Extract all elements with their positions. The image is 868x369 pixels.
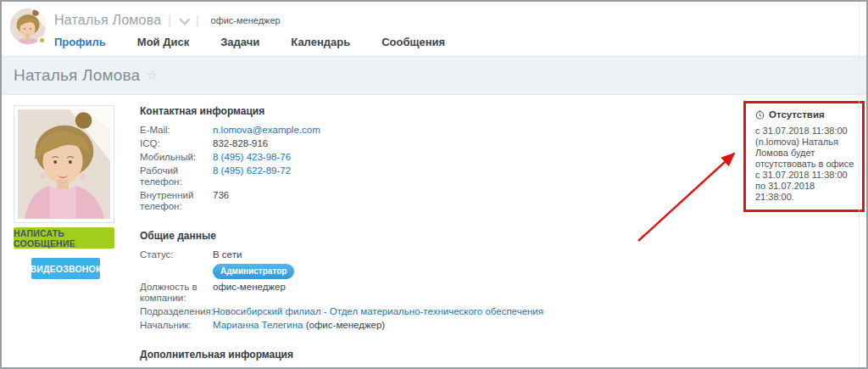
header-user-position: офис-менеджер [211, 15, 281, 25]
profile-page: Наталья Ломова | | офис-менеджер Профиль… [0, 0, 868, 369]
absences-title: Отсутствия [769, 109, 825, 120]
section-title: Общие данные [140, 230, 615, 242]
top-header: Наталья Ломова | | офис-менеджер Профиль… [2, 2, 866, 56]
icq-label: ICQ: [140, 138, 211, 149]
additional-info-section: Дополнительная информация День рождения:… [140, 349, 615, 369]
general-data-section: Общие данные Статус: В сети Администрато… [140, 230, 615, 331]
annotation-arrow [633, 144, 745, 248]
manager-position-suffix: (офис-менеджер) [306, 320, 386, 330]
email-label: E-Mail: [140, 125, 211, 136]
status-value: В сети [213, 249, 615, 260]
tab-calendar[interactable]: Календарь [291, 36, 350, 48]
manager-link[interactable]: Марианна Телегина [213, 320, 303, 330]
profile-photo-image [18, 109, 110, 219]
video-call-button[interactable]: ВИДЕОЗВОНОК [31, 258, 100, 279]
mobile-phone-link[interactable]: 8 (495) 423-98-76 [213, 152, 291, 162]
tab-my-disk[interactable]: Мой Диск [137, 36, 189, 48]
header-user-name: Наталья Ломова [54, 13, 161, 28]
absences-widget: Отсутствия с 31.07.2018 11:38:00 (n.lomo… [743, 101, 865, 212]
email-link[interactable]: n.lomova@example.com [213, 125, 320, 135]
internal-phone-value: 736 [213, 190, 615, 212]
department-link[interactable]: Новосибирский филиал - Отдел материально… [213, 306, 543, 316]
profile-details: Контактная информация E-Mail: n.lomova@e… [140, 105, 615, 369]
tab-tasks[interactable]: Задачи [220, 36, 259, 48]
absence-text: с 31.07.2018 11:38:00 (n.lomova) Наталья… [755, 126, 855, 203]
work-phone-link[interactable]: 8 (495) 622-89-72 [213, 165, 291, 176]
company-position-label: Должность в компании: [140, 282, 211, 304]
admin-role-badge: Администратор [213, 264, 294, 279]
internal-phone-label: Внутренний телефон: [140, 190, 211, 212]
chevron-down-icon[interactable] [179, 14, 190, 25]
work-phone-label: Рабочий телефон: [140, 165, 211, 187]
header-separator: | [196, 14, 199, 27]
icq-value: 832-828-916 [213, 138, 615, 149]
tab-profile[interactable]: Профиль [54, 36, 106, 48]
profile-photo [14, 105, 114, 223]
company-position-value: офис-менеджер [213, 282, 615, 304]
tab-messages[interactable]: Сообщения [381, 36, 445, 48]
status-label: Статус: [140, 249, 211, 279]
online-status-dot [38, 36, 46, 44]
page-title-band: Наталья Ломова ☆ [2, 56, 866, 95]
section-title: Дополнительная информация [140, 349, 615, 361]
section-title: Контактная информация [140, 105, 615, 117]
departments-label: Подразделения: [140, 306, 211, 317]
favorite-star-icon[interactable]: ☆ [146, 68, 157, 83]
header-separator: | [168, 14, 171, 27]
profile-nav-tabs: Профиль Мой Диск Задачи Календарь Сообще… [54, 36, 476, 48]
manager-label: Начальник: [140, 320, 211, 331]
write-message-button[interactable]: НАПИСАТЬ СООБЩЕНИЕ [14, 227, 114, 249]
contact-info-section: Контактная информация E-Mail: n.lomova@e… [140, 105, 615, 212]
page-title: Наталья Ломова [14, 66, 140, 85]
clock-icon [755, 110, 765, 120]
mobile-label: Мобильный: [140, 152, 211, 163]
page-edge-divider [859, 2, 860, 367]
